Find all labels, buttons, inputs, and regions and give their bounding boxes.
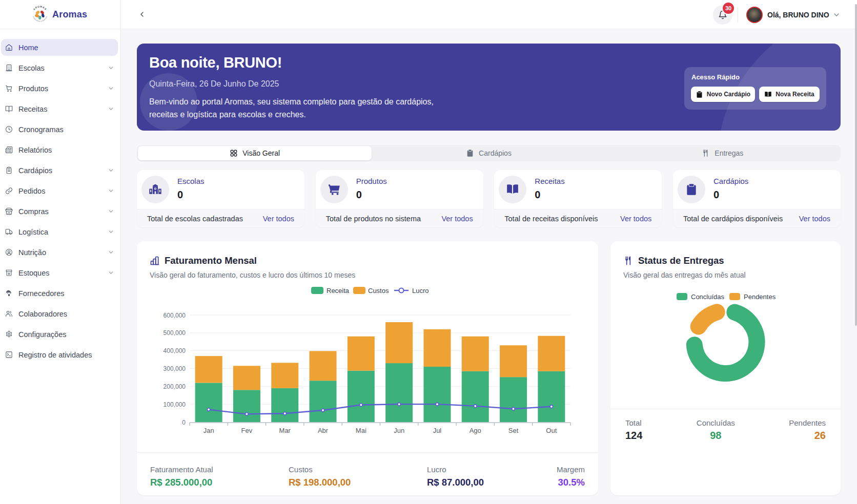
svg-text:300,000: 300,000 [164,365,186,372]
svg-text:Mai: Mai [356,427,366,434]
svg-text:Set: Set [508,427,519,434]
svg-text:Custos: Custos [368,287,389,295]
svg-text:500,000: 500,000 [164,329,186,337]
svg-text:0: 0 [182,419,186,426]
svg-text:Jul: Jul [433,427,442,434]
svg-text:Ago: Ago [470,427,481,434]
svg-text:Mar: Mar [279,427,291,434]
svg-text:Fev: Fev [241,427,253,434]
svg-text:Lucro: Lucro [412,287,429,295]
svg-text:Pendentes: Pendentes [744,293,776,301]
svg-text:Receita: Receita [327,287,350,295]
svg-text:Out: Out [546,427,557,434]
svg-text:Concluídas: Concluídas [691,293,725,301]
svg-text:Jun: Jun [394,427,404,434]
svg-text:Jan: Jan [203,427,214,434]
svg-text:400,000: 400,000 [164,347,186,354]
svg-text:100,000: 100,000 [164,401,186,408]
svg-text:600,000: 600,000 [164,312,186,319]
svg-text:Abr: Abr [318,427,329,434]
svg-text:200,000: 200,000 [164,383,186,390]
